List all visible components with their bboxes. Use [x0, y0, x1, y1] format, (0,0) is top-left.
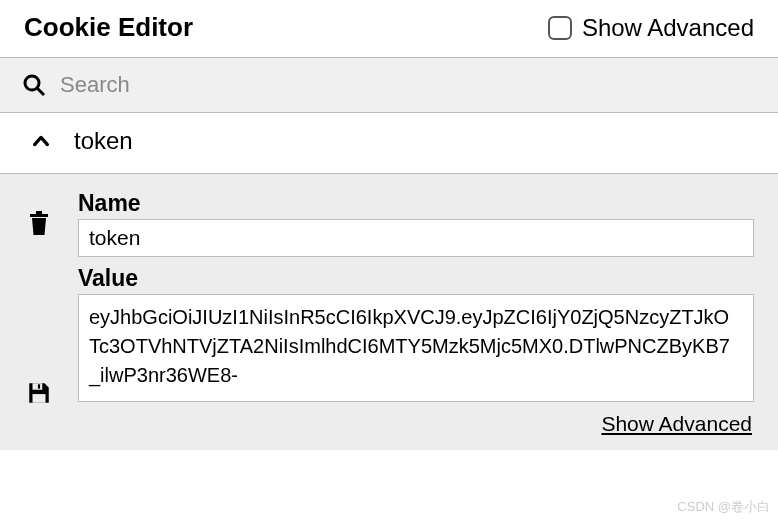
svg-line-1 [37, 88, 44, 95]
svg-rect-6 [38, 384, 40, 388]
page-title: Cookie Editor [24, 12, 193, 43]
name-input[interactable] [78, 219, 754, 257]
chevron-up-icon[interactable] [30, 130, 52, 152]
svg-rect-2 [30, 214, 48, 217]
cookie-details: Name Value Show Advanced [0, 174, 778, 450]
name-label: Name [78, 190, 754, 217]
value-row: Value Show Advanced [14, 263, 754, 436]
show-advanced-label: Show Advanced [582, 14, 754, 42]
search-input[interactable] [60, 72, 756, 98]
search-bar [0, 58, 778, 113]
search-icon [22, 73, 46, 97]
cookie-header-row[interactable]: token [0, 113, 778, 174]
checkbox-icon[interactable] [548, 16, 572, 40]
svg-rect-3 [36, 211, 42, 214]
value-input[interactable] [78, 294, 754, 402]
svg-point-0 [25, 76, 39, 90]
show-advanced-link[interactable]: Show Advanced [78, 412, 754, 436]
svg-rect-5 [33, 394, 46, 403]
svg-rect-4 [33, 383, 43, 390]
value-label: Value [78, 265, 754, 292]
trash-icon[interactable] [27, 210, 51, 236]
cookie-name-display: token [74, 127, 133, 155]
header: Cookie Editor Show Advanced [0, 0, 778, 58]
name-row: Name [14, 188, 754, 257]
show-advanced-toggle[interactable]: Show Advanced [548, 14, 754, 42]
watermark: CSDN @卷小白 [677, 498, 770, 516]
save-icon[interactable] [26, 380, 52, 406]
